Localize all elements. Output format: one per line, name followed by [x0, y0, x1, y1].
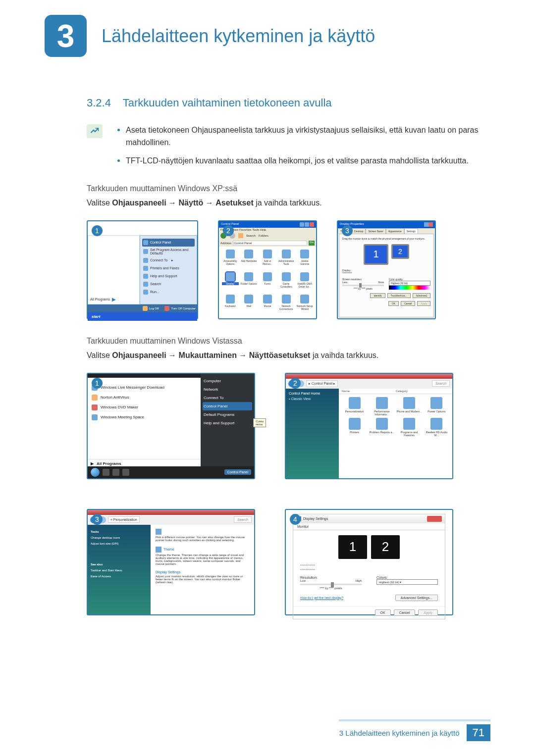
cp-item[interactable]: Network Connections: [278, 295, 295, 315]
sidebar-link[interactable]: Ease of Access: [91, 573, 148, 579]
menu-item[interactable]: Run...: [142, 288, 195, 296]
folders-button[interactable]: Folders: [259, 234, 268, 237]
vista-step1: 1 Windows Live Messenger Download Norton…: [87, 373, 255, 479]
window-buttons[interactable]: [300, 222, 314, 227]
cp-item[interactable]: Realtek HD Audio M...: [424, 418, 449, 437]
color-select[interactable]: Highest (32 bit): [389, 281, 430, 286]
menu-item[interactable]: Search: [142, 280, 195, 288]
apply-button[interactable]: Apply: [418, 609, 438, 616]
cancel-button[interactable]: Cancel: [401, 301, 416, 306]
tab-settings[interactable]: Settings: [404, 228, 418, 234]
personalization-item[interactable]: Theme Change the theme. Themes can chang…: [156, 547, 249, 565]
cp-item[interactable]: Phone and Modem...: [397, 397, 422, 416]
logoff-button[interactable]: Log Off: [143, 306, 159, 311]
start-item[interactable]: Windows Live Messenger Download: [91, 383, 198, 393]
program-access-icon: [143, 249, 148, 254]
window-buttons[interactable]: [424, 222, 433, 227]
display-value: **********: [342, 272, 430, 275]
cp-item[interactable]: Game Controllers: [278, 272, 295, 293]
monitor-layout[interactable]: 1 2: [300, 535, 438, 559]
tab[interactable]: Appearance: [386, 228, 404, 234]
cp-item[interactable]: Programs and Features: [397, 418, 422, 437]
tab-monitor[interactable]: Monitor: [293, 523, 445, 530]
help-link[interactable]: How do I get the best display?: [300, 596, 343, 600]
cp-item[interactable]: Power Options: [424, 397, 449, 416]
start-orb[interactable]: [91, 468, 100, 477]
tab[interactable]: Screen Saver: [366, 228, 385, 234]
tab[interactable]: Desktop: [352, 228, 366, 234]
start-right-item[interactable]: Help and Support: [203, 419, 252, 427]
sidebar-link[interactable]: Change desktop icons: [91, 535, 148, 541]
start-item[interactable]: Windows DVD Maker: [91, 403, 198, 412]
cp-item[interactable]: Problem Reports a...: [369, 418, 394, 437]
monitor-1[interactable]: 1: [338, 535, 367, 559]
start-button[interactable]: start: [88, 312, 197, 321]
ok-button[interactable]: OK: [375, 609, 391, 616]
cp-item[interactable]: Mouse: [259, 295, 276, 315]
search-button[interactable]: Search: [246, 234, 256, 237]
sidebar-link[interactable]: • Classic View: [289, 397, 336, 401]
taskbar-icon[interactable]: [122, 469, 129, 476]
sidebar-link[interactable]: Control Panel Home: [289, 392, 336, 395]
monitor-2[interactable]: 2: [391, 244, 409, 259]
cp-item-display[interactable]: Display: [222, 272, 239, 293]
taskbar-controlpanel[interactable]: Control Panel: [224, 469, 251, 475]
menu-item[interactable]: Set Program Access and Defaults: [142, 247, 195, 256]
close-button[interactable]: [427, 516, 442, 522]
start-right-control-panel[interactable]: Control Panel: [203, 402, 252, 410]
cp-item[interactable]: Add or Remov...: [259, 250, 276, 270]
apply-button[interactable]: Apply: [417, 301, 430, 306]
monitor-1[interactable]: 1: [364, 244, 388, 265]
start-right-item[interactable]: Computer: [203, 377, 252, 385]
resolution-slider[interactable]: [300, 584, 362, 585]
ok-button[interactable]: OK: [388, 301, 399, 306]
menu-item-control-panel[interactable]: Control Panel: [142, 239, 195, 247]
search-input[interactable]: Search: [234, 516, 252, 523]
cp-item[interactable]: Mail: [241, 295, 258, 315]
resolution-slider[interactable]: [342, 285, 384, 286]
sidebar-link[interactable]: Taskbar and Start Menu: [91, 567, 148, 573]
cp-item[interactable]: Printers: [342, 418, 367, 437]
advanced-button[interactable]: Advanced Settings...: [395, 595, 438, 601]
start-item[interactable]: Windows Meeting Space: [91, 412, 198, 422]
cp-item[interactable]: Intel(R) GMA Driver for...: [296, 272, 313, 293]
cp-item[interactable]: Accessibility Options: [222, 250, 239, 270]
cp-item[interactable]: Administrative Tools: [278, 250, 295, 270]
cp-item[interactable]: Keyboard: [222, 295, 239, 315]
menu-item[interactable]: Help and Support: [142, 272, 195, 280]
colors-select[interactable]: Highest (32 bit) ▾: [376, 579, 438, 585]
address-input[interactable]: Control Panel: [233, 241, 307, 246]
col-name[interactable]: Name: [342, 390, 396, 393]
start-right-item[interactable]: Network: [203, 385, 252, 394]
menu-item[interactable]: Connect To▸: [142, 256, 195, 264]
troubleshoot-button[interactable]: Troubleshoot...: [387, 293, 411, 298]
cp-item[interactable]: Network Setup Wizard: [296, 295, 313, 315]
personalization-display-settings[interactable]: Display Settings Adjust your monitor res…: [156, 570, 249, 584]
sidebar-link[interactable]: Adjust font size (DPI): [91, 541, 148, 547]
advanced-button[interactable]: Advanced: [413, 293, 430, 298]
start-right-item[interactable]: Default Programs: [203, 410, 252, 419]
cancel-button[interactable]: Cancel: [394, 609, 416, 616]
breadcrumb[interactable]: « Personalization: [108, 516, 140, 523]
col-category[interactable]: Category: [396, 390, 450, 393]
cp-item[interactable]: Adobe Gamma: [296, 250, 313, 270]
all-programs[interactable]: All Programs ▶: [90, 297, 116, 302]
cp-item[interactable]: Folder Options: [241, 272, 258, 293]
monitor-2[interactable]: 2: [371, 535, 400, 559]
taskbar-icon[interactable]: [112, 469, 119, 476]
monitor-layout[interactable]: 1 2: [342, 244, 430, 265]
breadcrumb[interactable]: ▸ Control Panel ▸: [306, 380, 338, 387]
identify-button[interactable]: Identify: [370, 293, 385, 298]
taskbar-icon[interactable]: [103, 469, 109, 476]
cp-item[interactable]: Fonts: [259, 272, 276, 293]
personalization-item[interactable]: Pick a different mouse pointer. You can …: [156, 529, 249, 542]
cp-item[interactable]: Performance Informatio...: [369, 397, 394, 416]
start-right-item[interactable]: Connect To: [203, 394, 252, 402]
cp-item[interactable]: Personalization: [342, 397, 367, 416]
cp-item[interactable]: Add Hardware: [241, 250, 258, 270]
menu-item[interactable]: Printers and Faxes: [142, 264, 195, 272]
go-button[interactable]: Go: [309, 241, 315, 246]
turnoff-button[interactable]: Turn Off Computer: [164, 306, 196, 311]
start-item[interactable]: Norton AntiVirus: [91, 393, 198, 403]
search-input[interactable]: Search: [432, 380, 450, 387]
